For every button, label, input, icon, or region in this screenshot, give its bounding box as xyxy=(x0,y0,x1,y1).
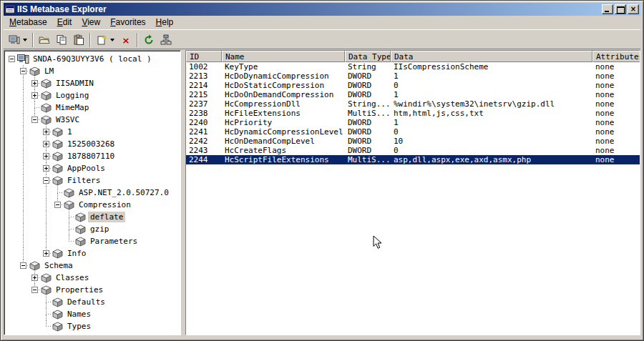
expand-plus-icon[interactable] xyxy=(43,141,49,147)
collapse-minus-icon[interactable] xyxy=(54,202,61,208)
column-header-attributes[interactable]: Attributes xyxy=(592,51,640,62)
new-key-button[interactable] xyxy=(93,32,117,48)
tree-item-parameters[interactable]: Parameters xyxy=(6,235,180,247)
tree-item-1525003268[interactable]: 1525003268 xyxy=(6,138,180,150)
tree-item-schema[interactable]: Schema xyxy=(6,260,180,272)
tree-item-info[interactable]: Info xyxy=(6,247,180,260)
menu-view[interactable]: View xyxy=(77,16,105,29)
list-row-2215[interactable]: 2215HcDoOnDemandCompressionDWORD1none xyxy=(186,90,640,99)
collapse-minus-icon[interactable] xyxy=(20,262,26,269)
close-button[interactable]: × xyxy=(628,4,639,14)
tree-indent xyxy=(17,235,29,247)
cell-data-type: DWORD xyxy=(345,81,391,90)
tree-connector xyxy=(52,187,63,199)
tree-item-1878807110[interactable]: 1878807110 xyxy=(6,150,180,162)
menu-metabase[interactable]: Metabase xyxy=(4,16,52,29)
refresh-button[interactable] xyxy=(140,32,157,48)
open-button[interactable] xyxy=(36,32,53,48)
expand-plus-icon[interactable] xyxy=(31,275,38,281)
copy-button[interactable] xyxy=(53,32,70,48)
tree-item-label: SNDA-69Q3UYY3V6 ( local ) xyxy=(31,54,154,64)
column-header-id[interactable]: ID xyxy=(186,51,222,62)
list-row-2243[interactable]: 2243HcCreateFlagsDWORD0none xyxy=(186,146,640,155)
tree-item-1[interactable]: 1 xyxy=(6,126,180,138)
list-row-2238[interactable]: 2238HcFileExtensionsMultiS...htm,html,js… xyxy=(186,109,640,118)
list-row-2237[interactable]: 2237HcCompressionDllString...%windir%\sy… xyxy=(186,99,640,109)
tree-item-snda-69q3uyy3v6-local[interactable]: SNDA-69Q3UYY3V6 ( local ) xyxy=(6,53,180,65)
minimize-button[interactable] xyxy=(602,4,613,14)
tree-indent xyxy=(52,211,63,223)
tree-item-logging[interactable]: Logging xyxy=(6,89,180,102)
tree-item-compression[interactable]: Compression xyxy=(6,199,180,211)
title-bar[interactable]: IIS Metabase Explorer × xyxy=(4,3,640,16)
expand-plus-icon[interactable] xyxy=(43,129,49,135)
tree-indent xyxy=(6,199,17,211)
tree-item-defaults[interactable]: Defaults xyxy=(6,296,180,308)
tree-item-asp-net-2-0-50727-0[interactable]: ASP.NET_2.0.50727.0 xyxy=(6,187,180,199)
tree-item-deflate[interactable]: deflate xyxy=(6,211,180,223)
cell-data: 0 xyxy=(391,146,592,155)
column-header-data-type[interactable]: Data Type xyxy=(345,51,391,62)
tree-connector xyxy=(40,126,52,138)
expand-plus-icon[interactable] xyxy=(43,250,49,257)
tree-item-classes[interactable]: Classes xyxy=(6,272,180,284)
tree-item-label: LM xyxy=(42,66,56,76)
toolbar-separator xyxy=(32,33,34,47)
tree-item-iisadmin[interactable]: IISADMIN xyxy=(6,77,180,89)
tree-item-types[interactable]: Types xyxy=(6,320,180,332)
expand-plus-icon[interactable] xyxy=(31,92,38,99)
collapse-minus-icon[interactable] xyxy=(20,68,26,74)
list-row-2214[interactable]: 2214HcDoStaticCompressionDWORD0none xyxy=(186,81,640,90)
collapse-minus-icon[interactable] xyxy=(9,56,15,62)
delete-button[interactable]: × xyxy=(117,32,135,48)
column-header-data[interactable]: Data xyxy=(391,51,592,62)
dropdown-arrow-icon[interactable] xyxy=(110,39,114,41)
tree-item-properties[interactable]: Properties xyxy=(6,284,180,296)
list-row-2242[interactable]: 2242HcOnDemandCompLevelDWORD10none xyxy=(186,137,640,146)
list-row-2240[interactable]: 2240HcPriorityDWORD1none xyxy=(186,118,640,127)
collapse-minus-icon[interactable] xyxy=(43,177,49,184)
tree-item-lm[interactable]: LM xyxy=(6,65,180,77)
expand-plus-icon[interactable] xyxy=(43,165,49,172)
tree-indent xyxy=(29,174,40,187)
connect-button[interactable] xyxy=(6,32,30,48)
menu-help[interactable]: Help xyxy=(151,16,179,29)
tree-item-apppools[interactable]: AppPools xyxy=(6,162,180,174)
cell-id: 2242 xyxy=(186,137,222,146)
tree-indent xyxy=(6,77,17,89)
tree-item-label: gzip xyxy=(88,224,112,234)
app-window: IIS Metabase Explorer × MetabaseEditView… xyxy=(0,0,644,341)
tree-indent xyxy=(29,199,40,211)
collapse-minus-icon[interactable] xyxy=(31,117,38,123)
tree-connector xyxy=(6,53,17,65)
node-icon xyxy=(40,272,52,283)
column-header-name[interactable]: Name xyxy=(222,51,345,62)
tree-item-label: Parameters xyxy=(88,236,140,247)
expand-plus-icon[interactable] xyxy=(31,80,38,87)
menu-bar: MetabaseEditViewFavoritesHelp xyxy=(4,16,640,29)
tree-item-filters[interactable]: Filters xyxy=(6,174,180,187)
tree-indent xyxy=(6,114,17,126)
view-nodes-button[interactable] xyxy=(157,32,175,48)
collapse-minus-icon[interactable] xyxy=(31,287,38,293)
maximize-button[interactable] xyxy=(615,4,626,14)
list-row-2213[interactable]: 2213HcDoDynamicCompressionDWORD1none xyxy=(186,71,640,81)
node-icon xyxy=(63,199,75,210)
dropdown-arrow-icon[interactable] xyxy=(23,39,27,41)
menu-edit[interactable]: Edit xyxy=(52,16,77,29)
cell-attributes: none xyxy=(592,99,640,109)
tree-item-mimemap[interactable]: MimeMap xyxy=(6,102,180,114)
tree-item-label: Schema xyxy=(42,260,75,271)
tree-item-names[interactable]: Names xyxy=(6,308,180,320)
open-icon xyxy=(39,34,50,46)
paste-button[interactable] xyxy=(70,32,87,48)
cell-data-type: DWORD xyxy=(345,137,391,146)
tree-item-gzip[interactable]: gzip xyxy=(6,223,180,235)
expand-plus-icon[interactable] xyxy=(43,153,49,159)
list-row-2244[interactable]: 2244HcScriptFileExtensionsMultiS...asp,d… xyxy=(186,155,640,164)
tree-indent xyxy=(40,187,52,199)
list-row-1002[interactable]: 1002KeyTypeStringIIsCompressionSchemenon… xyxy=(186,62,640,71)
tree-item-w3svc[interactable]: W3SVC xyxy=(6,114,180,126)
list-row-2241[interactable]: 2241HcDynamicCompressionLevelDWORD0none xyxy=(186,127,640,137)
menu-favorites[interactable]: Favorites xyxy=(105,16,150,29)
